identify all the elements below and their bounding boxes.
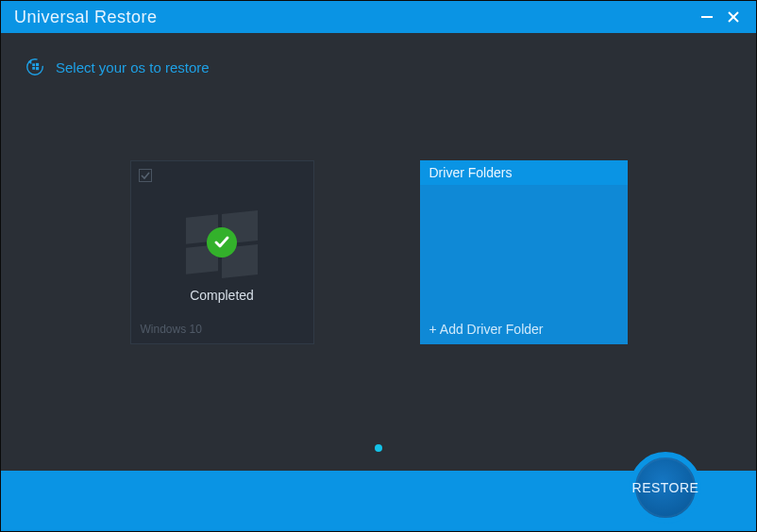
main-panel: Select your os to restore (1, 33, 756, 471)
svg-rect-5 (32, 63, 35, 66)
add-driver-folder-button[interactable]: + Add Driver Folder (420, 316, 628, 344)
os-status: Completed (190, 288, 254, 303)
minimize-button[interactable] (694, 4, 720, 30)
cards-row: Completed Windows 10 Driver Folders + Ad… (1, 160, 756, 344)
os-name-label: Windows 10 (141, 323, 202, 336)
svg-rect-0 (701, 16, 713, 18)
minimize-icon (700, 10, 714, 24)
footer-bar: RESTORE (1, 471, 756, 531)
instruction-text: Select your os to restore (56, 59, 210, 75)
pagination-dot[interactable] (375, 444, 382, 452)
checkmark-icon (213, 234, 230, 251)
driver-folders-header: Driver Folders (420, 160, 628, 185)
svg-rect-7 (32, 67, 35, 70)
os-checkbox[interactable] (139, 169, 152, 182)
os-card[interactable]: Completed Windows 10 (130, 160, 314, 344)
restore-button[interactable]: RESTORE (630, 452, 701, 524)
os-badge (186, 212, 258, 273)
restore-icon (24, 56, 46, 78)
close-icon (727, 10, 740, 24)
restore-button-label: RESTORE (632, 480, 699, 495)
app-window: Universal Restore (0, 0, 757, 532)
svg-rect-6 (36, 63, 39, 66)
success-badge (207, 227, 237, 258)
check-icon (141, 171, 150, 180)
instruction-row: Select your os to restore (24, 56, 733, 78)
titlebar: Universal Restore (1, 1, 756, 33)
close-button[interactable] (720, 4, 747, 30)
driver-folders-list (420, 185, 628, 316)
app-title: Universal Restore (14, 8, 158, 27)
svg-rect-8 (36, 67, 39, 70)
driver-folders-card: Driver Folders + Add Driver Folder (420, 160, 628, 344)
